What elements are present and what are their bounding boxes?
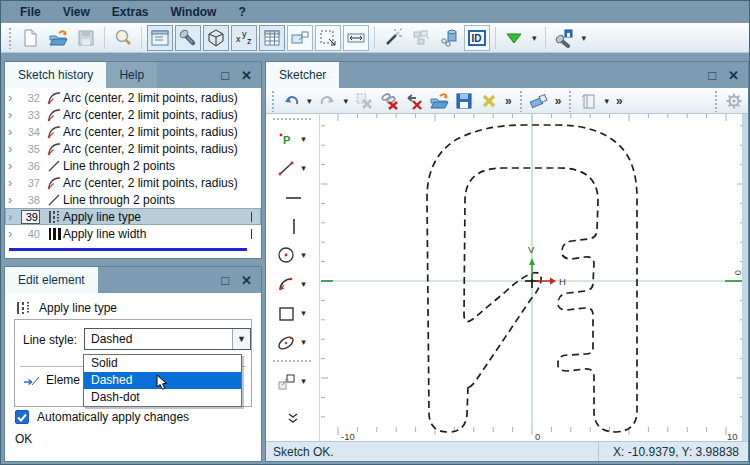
- menu-help[interactable]: ?: [227, 3, 256, 21]
- line-tool[interactable]: ▾: [266, 153, 319, 182]
- horizontal-line-tool[interactable]: [266, 182, 319, 211]
- dropdown-option-dashed[interactable]: Dashed: [84, 372, 241, 389]
- green-triangle-icon: [504, 28, 524, 48]
- data-table-button[interactable]: [259, 25, 285, 51]
- tab-help[interactable]: Help: [106, 62, 157, 88]
- ellipse-tool[interactable]: ▾: [266, 327, 319, 356]
- expand-chevron-icon[interactable]: ›: [8, 178, 21, 188]
- menu-view[interactable]: View: [52, 3, 101, 21]
- dropdown-option-solid[interactable]: Solid: [84, 355, 241, 372]
- tab-edit-element[interactable]: Edit element: [5, 267, 98, 293]
- row-end-tick: [251, 212, 252, 222]
- arc-icon: [44, 91, 63, 105]
- overflow-chevron-icon[interactable]: »: [613, 94, 626, 108]
- transform-tool[interactable]: ▾: [266, 366, 319, 395]
- dropdown-option-dash-dot[interactable]: Dash-dot: [84, 389, 241, 406]
- expand-chevron-icon[interactable]: ›: [8, 229, 21, 239]
- tool-dropdown-caret[interactable]: ▾: [298, 300, 309, 326]
- history-row-34[interactable]: ›34Arc (center, 2 limit points, radius): [5, 123, 261, 140]
- menu-extras[interactable]: Extras: [101, 3, 160, 21]
- undo-dropdown-caret[interactable]: ▾: [304, 88, 315, 114]
- save-part-dropdown-caret[interactable]: ▾: [579, 25, 590, 51]
- tool-dropdown-caret[interactable]: ▾: [298, 126, 309, 152]
- delete-selection-button[interactable]: [352, 90, 376, 112]
- canvas-right-scrollbar[interactable]: [742, 114, 748, 443]
- open-sketch-button[interactable]: [427, 90, 451, 112]
- tool-dropdown-caret[interactable]: ▾: [298, 242, 309, 268]
- line-style-combobox[interactable]: Dashed ▼: [84, 328, 251, 350]
- history-row-32[interactable]: ›32Arc (center, 2 limit points, radius): [5, 89, 261, 106]
- open-file-button[interactable]: [45, 25, 71, 51]
- expand-chevron-icon[interactable]: ›: [8, 93, 21, 103]
- overflow-chevron-icon[interactable]: »: [502, 94, 515, 108]
- analysis-button[interactable]: [436, 25, 462, 51]
- undo-button[interactable]: [279, 90, 303, 112]
- tool-dropdown-caret[interactable]: ▾: [298, 368, 309, 394]
- menu-window[interactable]: Window: [160, 3, 228, 21]
- expand-chevron-icon[interactable]: ›: [8, 212, 21, 222]
- tool-dropdown-caret[interactable]: ▾: [298, 271, 309, 297]
- tab-sketch-history[interactable]: Sketch history: [5, 62, 106, 88]
- expand-chevron-icon[interactable]: ›: [8, 161, 21, 171]
- tab-sketcher[interactable]: Sketcher: [266, 62, 339, 88]
- save-button[interactable]: [73, 25, 99, 51]
- redo-button[interactable]: [316, 90, 340, 112]
- expand-chevron-icon[interactable]: ›: [8, 127, 21, 137]
- remove-reference-button[interactable]: [402, 90, 426, 112]
- unlink-button[interactable]: [377, 90, 401, 112]
- history-row-33[interactable]: ›33Arc (center, 2 limit points, radius): [5, 106, 261, 123]
- maximize-icon[interactable]: □: [708, 69, 716, 82]
- wizard-button[interactable]: [380, 25, 406, 51]
- selection-button[interactable]: [315, 25, 341, 51]
- label-button[interactable]: [287, 25, 313, 51]
- menu-file[interactable]: File: [9, 3, 52, 21]
- history-row-38[interactable]: ›38Line through 2 points: [5, 191, 261, 208]
- zoom-button[interactable]: [110, 25, 136, 51]
- close-icon[interactable]: ✕: [241, 69, 252, 82]
- eraser-button[interactable]: [527, 90, 551, 112]
- new-document-button[interactable]: [17, 25, 43, 51]
- tool-dropdown-caret[interactable]: ▾: [298, 155, 309, 181]
- show-id-button[interactable]: ID: [464, 25, 490, 51]
- save-sketch-button[interactable]: [452, 90, 476, 112]
- explode-button[interactable]: [408, 25, 434, 51]
- direction-button[interactable]: [501, 25, 527, 51]
- circle-tool[interactable]: ▾: [266, 240, 319, 269]
- direction-dropdown-caret[interactable]: ▾: [529, 25, 540, 51]
- solid-view-button[interactable]: [203, 25, 229, 51]
- notebook-button[interactable]: [576, 90, 600, 112]
- tool-dropdown-caret[interactable]: ▾: [298, 329, 309, 355]
- arc-tool[interactable]: ▾: [266, 269, 319, 298]
- expand-chevron-icon[interactable]: ›: [8, 144, 21, 154]
- close-icon[interactable]: ✕: [241, 274, 252, 287]
- maximize-icon[interactable]: □: [221, 69, 229, 82]
- point-tool[interactable]: P▾: [266, 124, 319, 153]
- overflow-chevron-icon[interactable]: »: [552, 94, 565, 108]
- coordinates-button[interactable]: xyz: [231, 25, 257, 51]
- combo-dropdown-button[interactable]: ▼: [232, 329, 250, 349]
- sketcher-mode-button[interactable]: [175, 25, 201, 51]
- expand-chevron-icon[interactable]: ›: [8, 195, 21, 205]
- history-row-35[interactable]: ›35Arc (center, 2 limit points, radius): [5, 140, 261, 157]
- expand-chevron-icon[interactable]: ›: [8, 110, 21, 120]
- close-icon[interactable]: ✕: [728, 69, 739, 82]
- notebook-dropdown-caret[interactable]: ▾: [601, 88, 612, 114]
- settings-button[interactable]: [722, 90, 746, 112]
- redo-dropdown-caret[interactable]: ▾: [341, 88, 352, 114]
- vertical-line-tool[interactable]: [266, 211, 319, 240]
- history-row-40[interactable]: ›40Apply line width: [5, 225, 261, 242]
- toggle-panel-button[interactable]: [147, 25, 173, 51]
- cancel-button[interactable]: [477, 90, 501, 112]
- history-row-37[interactable]: ›37Arc (center, 2 limit points, radius): [5, 174, 261, 191]
- more-tools-button[interactable]: [266, 403, 319, 432]
- history-row-39[interactable]: ›39Apply line type: [5, 208, 261, 225]
- maximize-icon[interactable]: □: [221, 274, 229, 287]
- id-icon: ID: [467, 28, 487, 48]
- measure-button[interactable]: [343, 25, 369, 51]
- rectangle-tool[interactable]: ▾: [266, 298, 319, 327]
- auto-apply-checkbox[interactable]: [15, 410, 29, 424]
- sketch-canvas[interactable]: V H -10 0 10 0: [321, 114, 744, 443]
- element-label: Eleme: [46, 373, 80, 387]
- save-part-button[interactable]: [551, 25, 577, 51]
- history-row-36[interactable]: ›36Line through 2 points: [5, 157, 261, 174]
